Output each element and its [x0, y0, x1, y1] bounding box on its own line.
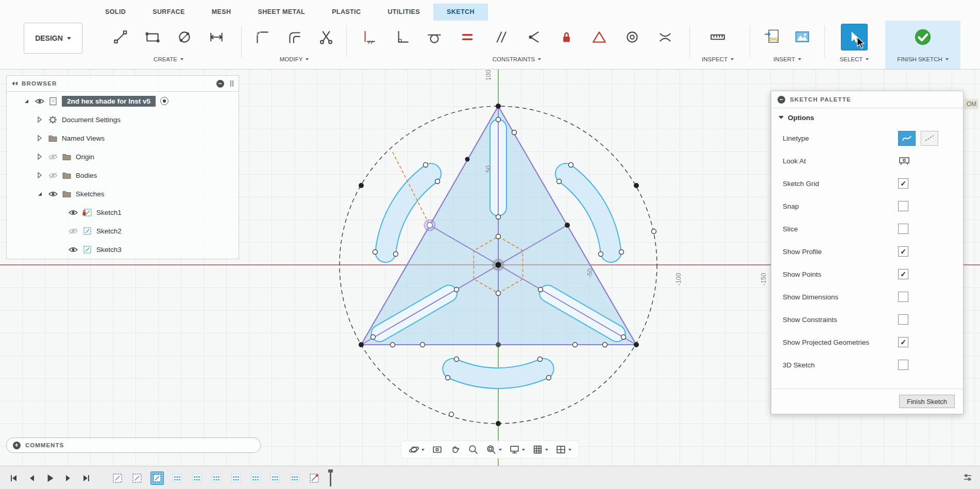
fix-lock-constraint-button[interactable] — [555, 26, 578, 48]
options-section-toggle[interactable]: Options — [771, 108, 963, 127]
tab-surface[interactable]: SURFACE — [139, 4, 198, 21]
browser-item-origin[interactable]: Origin — [7, 147, 239, 166]
step-back-button[interactable] — [25, 471, 39, 485]
slice-checkbox[interactable] — [898, 224, 908, 234]
collapse-panel-icon[interactable] — [12, 81, 18, 86]
browser-item-named-views[interactable]: Named Views — [7, 129, 239, 147]
eye-icon[interactable] — [48, 191, 58, 197]
look-at-button-palette[interactable] — [898, 154, 910, 168]
dimension-tool-button[interactable] — [205, 26, 228, 48]
eye-icon[interactable] — [69, 246, 78, 253]
viewports-button[interactable] — [553, 443, 573, 456]
tab-solid[interactable]: SOLID — [92, 4, 139, 21]
browser-item-document-settings[interactable]: Document Settings — [7, 110, 239, 129]
modify-dropdown[interactable]: MODIFY — [246, 54, 342, 65]
line-tool-button[interactable] — [109, 26, 132, 48]
trim-tool-button[interactable] — [315, 26, 337, 48]
expand-collapsed-icon[interactable] — [36, 115, 44, 124]
eye-icon[interactable] — [35, 98, 44, 105]
comments-bar[interactable]: + COMMENTS — [6, 437, 261, 453]
eye-off-icon[interactable] — [48, 172, 58, 179]
minimize-palette-icon[interactable]: − — [778, 96, 785, 104]
expand-collapsed-icon[interactable] — [36, 134, 44, 142]
timeline-item-sketch-pencil[interactable] — [308, 472, 320, 484]
grid-settings-button[interactable] — [530, 443, 550, 456]
horizontal-vertical-constraint-button[interactable] — [357, 26, 380, 48]
minimize-browser-icon[interactable]: − — [216, 80, 224, 88]
linetype-normal-button[interactable] — [898, 131, 916, 146]
panel-grip-icon[interactable] — [230, 80, 233, 87]
rectangle-tool-button[interactable] — [141, 26, 164, 48]
display-settings-button[interactable] — [507, 443, 527, 456]
add-comment-icon[interactable]: + — [13, 442, 21, 449]
tab-sheet-metal[interactable]: SHEET METAL — [244, 4, 318, 21]
select-dropdown[interactable]: SELECT — [834, 54, 875, 65]
expand-collapsed-icon[interactable] — [36, 171, 44, 179]
finish-sketch-palette-button[interactable]: Finish Sketch — [899, 395, 955, 408]
step-forward-button[interactable] — [61, 471, 75, 485]
timeline-item-points[interactable] — [171, 472, 183, 484]
sketch-3d-checkbox[interactable] — [898, 360, 908, 370]
timeline-item-points[interactable] — [230, 472, 242, 484]
activate-component-radio[interactable] — [160, 97, 168, 105]
browser-item-bodies[interactable]: Bodies — [7, 166, 239, 184]
eye-icon[interactable] — [69, 209, 78, 216]
tab-utilities[interactable]: UTILITIES — [374, 4, 433, 21]
sketch-palette-header[interactable]: − SKETCH PALETTE — [771, 91, 963, 108]
measure-button[interactable] — [706, 26, 729, 48]
perpendicular-constraint-button[interactable] — [390, 26, 413, 48]
show-projected-geometries-checkbox[interactable]: ✓ — [898, 337, 908, 347]
curvature-constraint-button[interactable] — [654, 26, 677, 48]
snap-checkbox[interactable] — [898, 201, 908, 211]
timeline-item-points[interactable] — [210, 472, 223, 484]
parallel-constraint-button[interactable] — [489, 26, 512, 48]
look-at-button[interactable] — [430, 443, 445, 456]
timeline-item-sketch-selected[interactable] — [150, 471, 164, 485]
show-points-checkbox[interactable]: ✓ — [898, 269, 908, 279]
browser-item-sketches[interactable]: Sketches — [7, 184, 239, 203]
circle-tool-button[interactable] — [173, 26, 196, 48]
linetype-construction-button[interactable] — [921, 131, 938, 146]
expand-expanded-icon[interactable] — [36, 190, 44, 198]
tangent-constraint-button[interactable] — [423, 26, 446, 48]
zoom-button[interactable] — [466, 443, 481, 456]
pan-button[interactable] — [448, 443, 463, 456]
create-dropdown[interactable]: CREATE — [102, 54, 235, 65]
fillet-tool-button[interactable] — [251, 26, 274, 48]
finish-sketch-dropdown[interactable]: FINISH SKETCH — [885, 54, 960, 65]
timeline-item-points[interactable] — [269, 472, 281, 484]
timeline-item-sketch[interactable] — [131, 472, 143, 484]
tab-plastic[interactable]: PLASTIC — [318, 4, 374, 21]
timeline-item-sketch[interactable] — [111, 472, 124, 484]
equal-constraint-button[interactable] — [456, 26, 479, 48]
skip-to-start-button[interactable] — [7, 471, 21, 485]
insert-canvas-button[interactable] — [791, 26, 814, 48]
orbit-button[interactable] — [407, 443, 427, 456]
tab-sketch[interactable]: SKETCH — [433, 4, 488, 21]
timeline-options-icon[interactable] — [962, 473, 973, 485]
browser-item-sketch1[interactable]: Sketch1 — [7, 203, 239, 222]
offset-tool-button[interactable] — [283, 26, 306, 48]
design-menu-button[interactable]: DESIGN — [24, 23, 82, 54]
browser-header[interactable]: BROWSER − — [7, 76, 239, 92]
constraints-dropdown[interactable]: CONSTRAINTS — [356, 54, 678, 65]
expand-expanded-icon[interactable] — [22, 97, 30, 105]
expand-collapsed-icon[interactable] — [36, 153, 44, 161]
insert-svg-button[interactable]: SVG — [761, 26, 784, 48]
eye-off-icon[interactable] — [69, 228, 78, 234]
active-component-label[interactable]: 2nd hex shade for Inst v5 — [62, 96, 156, 107]
show-constraints-checkbox[interactable] — [898, 314, 908, 325]
inspect-dropdown[interactable]: INSPECT — [698, 54, 737, 65]
browser-item-sketch2[interactable]: Sketch2 — [7, 222, 239, 240]
skip-to-end-button[interactable] — [79, 471, 93, 485]
timeline-item-points[interactable] — [289, 472, 301, 484]
eye-off-icon[interactable] — [48, 154, 58, 160]
play-button[interactable] — [43, 471, 57, 485]
insert-dropdown[interactable]: INSERT — [755, 54, 819, 65]
timeline-playhead[interactable] — [330, 470, 331, 486]
fit-button[interactable] — [484, 443, 504, 456]
timeline-item-points[interactable] — [249, 472, 262, 484]
browser-item-sketch3[interactable]: Sketch3 — [7, 240, 239, 259]
sketch-grid-checkbox[interactable]: ✓ — [898, 178, 908, 189]
show-dimensions-checkbox[interactable] — [898, 292, 908, 302]
